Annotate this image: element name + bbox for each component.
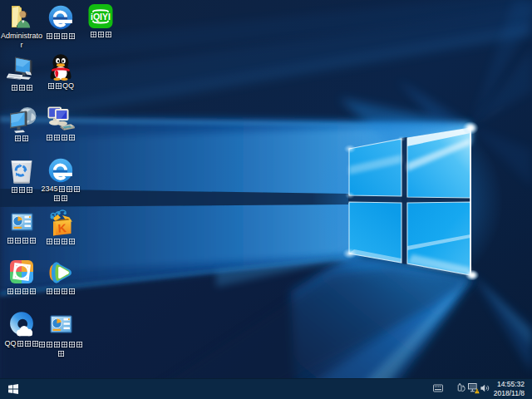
- svg-text:iQIYI: iQIYI: [91, 12, 111, 22]
- svg-text:K: K: [57, 221, 66, 235]
